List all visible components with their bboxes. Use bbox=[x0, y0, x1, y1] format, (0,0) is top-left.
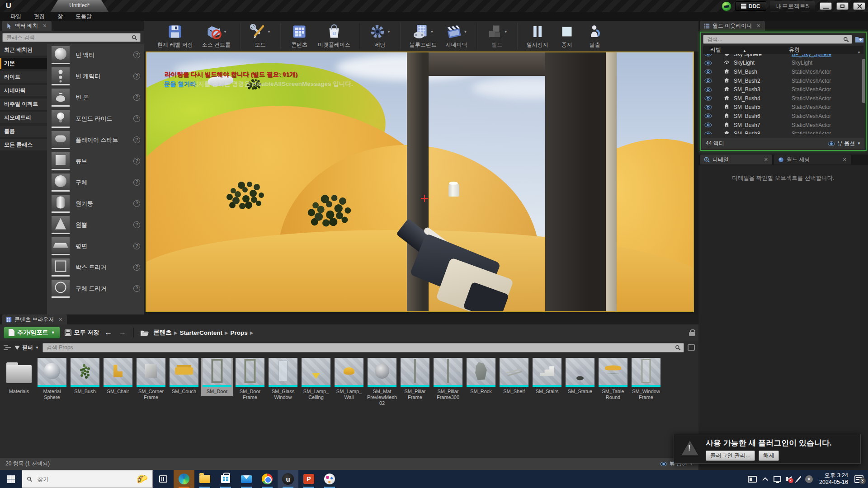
help-icon[interactable]: ? bbox=[133, 136, 140, 143]
asset-tile[interactable]: SM_Door bbox=[201, 358, 233, 396]
close-tab-icon[interactable]: ✕ bbox=[843, 157, 847, 163]
view-options-button[interactable]: 뷰 옵션▼ bbox=[828, 140, 861, 147]
tab-content-browser[interactable]: 콘텐츠 브라우저 ✕ bbox=[2, 314, 67, 324]
actor-item[interactable]: 빈 폰? bbox=[47, 87, 144, 108]
help-icon[interactable]: ? bbox=[133, 179, 140, 186]
visibility-eye-icon[interactable] bbox=[702, 122, 714, 127]
add-import-button[interactable]: 추가/임포트▼ bbox=[4, 327, 60, 338]
toolbar-save-button[interactable]: 현재 레벨 저장 bbox=[153, 21, 198, 52]
actor-item[interactable]: 빈 액터? bbox=[47, 44, 144, 66]
taskbar-search-input[interactable] bbox=[36, 475, 133, 483]
chevron-down-icon[interactable]: ▼ bbox=[387, 30, 391, 34]
tray-close-icon[interactable]: ✕ bbox=[805, 475, 813, 483]
help-icon[interactable]: ? bbox=[133, 243, 140, 249]
actor-item[interactable]: 포인트 라이트? bbox=[47, 108, 144, 129]
outliner-row[interactable]: SM_Bush7StaticMeshActor bbox=[702, 121, 864, 130]
asset-search-input[interactable] bbox=[46, 344, 675, 351]
asset-tile[interactable]: SM_Statue bbox=[564, 358, 596, 394]
actor-item[interactable]: 구체 트리거? bbox=[47, 278, 144, 299]
toolbar-source-button[interactable]: ▼소스 컨트롤 bbox=[198, 21, 235, 52]
actor-item[interactable]: 평면? bbox=[47, 235, 144, 257]
action-center-icon[interactable]: 3 bbox=[854, 475, 863, 483]
asset-search-field[interactable] bbox=[42, 343, 684, 352]
close-tab-icon[interactable]: ✕ bbox=[58, 317, 62, 323]
actor-item[interactable]: 구체? bbox=[47, 172, 144, 193]
outliner-row[interactable]: SkyLightSkyLight bbox=[702, 59, 864, 68]
actor-item[interactable]: 박스 트리거? bbox=[47, 257, 144, 278]
category-3[interactable]: 시네마틱 bbox=[0, 85, 47, 96]
asset-tile[interactable]: Material Sphere bbox=[36, 358, 68, 400]
asset-tile[interactable]: SM_Corner Frame bbox=[135, 358, 167, 400]
outliner-row[interactable]: SM_Bush3StaticMeshActor bbox=[702, 85, 864, 94]
asset-tile[interactable]: SM_Rock bbox=[465, 358, 497, 394]
tray-expand-icon[interactable] bbox=[762, 477, 768, 483]
outliner-row[interactable]: SM_BushStaticMeshActor bbox=[702, 67, 864, 76]
asset-tile[interactable]: SM_Chair bbox=[102, 358, 134, 394]
outliner-scrollbar[interactable] bbox=[862, 59, 865, 103]
outliner-search-field[interactable] bbox=[703, 35, 852, 44]
taskbar-app-chrome[interactable] bbox=[257, 470, 278, 488]
tab-world-settings[interactable]: 월드 세팅 ✕ bbox=[774, 155, 851, 164]
tutorial-icon[interactable] bbox=[722, 1, 731, 11]
actor-item[interactable]: 플레이어 스타트? bbox=[47, 129, 144, 150]
save-all-button[interactable]: 모두 저장 bbox=[65, 328, 99, 337]
breadcrumb-0[interactable]: 콘텐츠 bbox=[153, 328, 172, 337]
start-button[interactable] bbox=[0, 470, 22, 488]
toolbar-blueprint-button[interactable]: ▼블루프린트 bbox=[405, 21, 441, 52]
chevron-down-icon[interactable]: ▼ bbox=[430, 30, 434, 34]
help-icon[interactable]: ? bbox=[133, 94, 140, 101]
restore-button[interactable] bbox=[836, 2, 849, 10]
menu-item[interactable]: 도움말 bbox=[70, 13, 98, 20]
breadcrumb-1[interactable]: StarterContent bbox=[179, 329, 222, 336]
asset-tile[interactable]: Materials bbox=[3, 358, 35, 394]
tab-details[interactable]: i 디테일 ✕ bbox=[700, 155, 772, 164]
lock-icon[interactable] bbox=[689, 329, 695, 336]
asset-tile[interactable]: SM_Lamp_ Wall bbox=[333, 358, 365, 400]
class-search-input[interactable] bbox=[5, 34, 132, 41]
help-icon[interactable]: ? bbox=[133, 158, 140, 164]
toolbar-modes-button[interactable]: ▼모드 bbox=[245, 21, 275, 52]
actor-item[interactable]: 원뿔? bbox=[47, 214, 144, 235]
help-icon[interactable]: ? bbox=[133, 200, 140, 207]
chevron-down-icon[interactable]: ▼ bbox=[267, 30, 271, 34]
back-button[interactable]: ← bbox=[104, 328, 113, 337]
volume-muted-icon[interactable] bbox=[788, 476, 792, 482]
close-tab-icon[interactable]: ✕ bbox=[764, 157, 768, 163]
taskbar-app-explorer[interactable] bbox=[194, 470, 215, 488]
menu-item[interactable]: 파일 bbox=[5, 13, 27, 20]
outliner-search-input[interactable] bbox=[706, 36, 843, 43]
class-search-field[interactable] bbox=[2, 33, 141, 42]
taskbar-app-powerpoint[interactable]: P bbox=[298, 470, 319, 488]
help-icon[interactable]: ? bbox=[133, 285, 140, 292]
taskbar-app-store[interactable] bbox=[215, 470, 236, 488]
taskbar-search[interactable]: 🌮 bbox=[22, 470, 153, 488]
asset-tile[interactable]: SM_Lamp_ Ceiling bbox=[300, 358, 332, 400]
asset-tile[interactable]: SM_Glass Window bbox=[267, 358, 299, 400]
outliner-row[interactable]: SM_Bush4StaticMeshActor bbox=[702, 94, 864, 103]
visibility-eye-icon[interactable] bbox=[702, 54, 714, 56]
taskbar-app-edge[interactable] bbox=[174, 470, 194, 488]
actor-item[interactable]: 빈 캐릭터? bbox=[47, 66, 144, 87]
menu-item[interactable]: 창 bbox=[52, 13, 69, 20]
asset-tile[interactable]: SM_Couch bbox=[168, 358, 200, 394]
toolbar-stop-button[interactable]: 중지 bbox=[553, 21, 581, 52]
asset-tile[interactable]: SM_Pillar Frame bbox=[399, 358, 431, 400]
asset-tile[interactable]: SM_Stairs bbox=[531, 358, 563, 394]
chevron-down-icon[interactable]: ▼ bbox=[223, 30, 227, 34]
dismiss-button[interactable]: 해제 bbox=[759, 450, 779, 461]
tab-world-outliner[interactable]: 월드 아웃라이너 ✕ bbox=[700, 21, 765, 31]
outliner-row[interactable]: SM_Bush5StaticMeshActor bbox=[702, 103, 864, 112]
taskbar-app-mail[interactable] bbox=[236, 470, 257, 488]
tab-place-actors[interactable]: 액터 배치 ✕ bbox=[2, 21, 52, 31]
visibility-eye-icon[interactable] bbox=[702, 61, 714, 66]
asset-tile[interactable]: SM_Shelf bbox=[498, 358, 530, 394]
breadcrumb-2[interactable]: Props bbox=[231, 329, 248, 336]
help-icon[interactable]: ? bbox=[133, 73, 140, 80]
visibility-eye-icon[interactable] bbox=[702, 105, 714, 110]
toolbar-settings-button[interactable]: ▼세팅 bbox=[365, 21, 395, 52]
outliner-row[interactable]: Sky SphereBP_Sky_Sphere bbox=[702, 54, 864, 59]
column-type[interactable]: 유형▼ bbox=[789, 46, 863, 54]
news-icon[interactable] bbox=[748, 476, 757, 483]
asset-tile[interactable]: SM_Bush bbox=[69, 358, 101, 394]
taskbar-clock[interactable]: 오후 3:24 2024-05-16 bbox=[819, 472, 848, 486]
